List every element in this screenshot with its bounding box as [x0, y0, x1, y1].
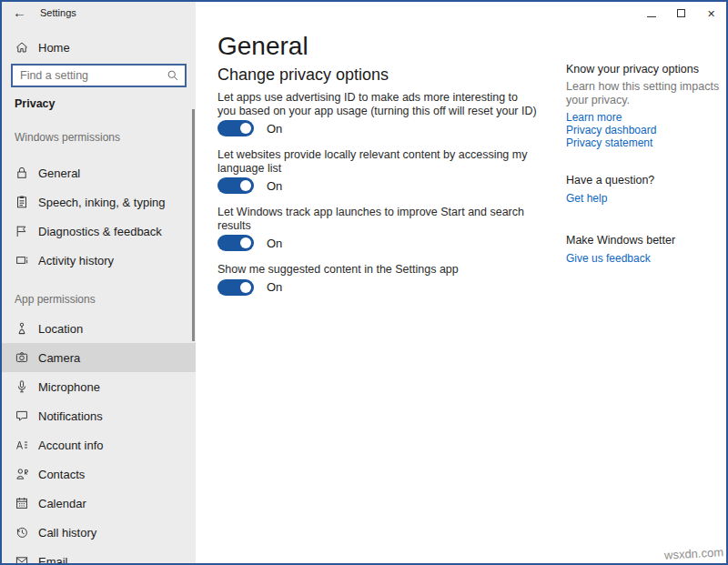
maximize-icon [677, 5, 685, 21]
sidebar-item-label: Camera [38, 351, 80, 365]
toggle-knob [240, 237, 251, 248]
toggle-switch[interactable] [217, 235, 254, 251]
toggle-state-label: On [267, 237, 282, 250]
sidebar-item-microphone[interactable]: Microphone [2, 372, 196, 401]
call-history-icon [15, 525, 29, 540]
sidebar-item-home[interactable]: Home [15, 36, 196, 58]
setting-section: Let Windows track app launches to improv… [217, 206, 538, 251]
notifications-icon [15, 409, 29, 423]
sidebar-item-calendar[interactable]: Calendar [2, 489, 196, 518]
sidebar-item-label: Contacts [38, 468, 85, 481]
feedback-icon [15, 224, 29, 238]
watermark: wsxdn.com [664, 545, 724, 561]
toggle-switch[interactable] [217, 279, 254, 296]
close-button[interactable]: ✕ [696, 2, 726, 24]
sidebar-item-label: Home [38, 41, 70, 55]
calendar-icon [15, 496, 29, 510]
aside-block: Know your privacy optionsLearn how this … [566, 62, 723, 149]
sidebar-item-label: Call history [38, 526, 96, 540]
link-privacy-dashboard[interactable]: Privacy dashboard [566, 124, 723, 136]
aside-title: Have a question? [566, 173, 723, 187]
toggle-row: On [217, 177, 538, 194]
sidebar-item-label: Microphone [38, 380, 100, 394]
window-title: Settings [40, 7, 76, 18]
link-privacy-statement[interactable]: Privacy statement [566, 136, 723, 149]
sidebar-item-camera[interactable]: Camera [2, 343, 196, 372]
sidebar-item-label: General [38, 166, 80, 180]
link-give-us-feedback[interactable]: Give us feedback [566, 252, 723, 265]
toggle-label: Let websites provide locally relevant co… [217, 148, 538, 175]
toggle-state-label: On [267, 122, 282, 136]
search-box [11, 64, 187, 87]
sidebar-item-label: Notifications [38, 409, 103, 423]
sidebar-item-location[interactable]: Location [2, 314, 196, 343]
main-content: ✕ General Change privacy options Let app… [196, 2, 726, 563]
toggle-list: Let apps use advertising ID to make ads … [217, 91, 538, 308]
account-info-icon [15, 438, 29, 452]
sidebar-group-header: App permissions [15, 293, 196, 306]
toggle-switch[interactable] [217, 177, 254, 194]
sidebar-item-notifications[interactable]: Notifications [2, 401, 196, 430]
aside-links: Learn morePrivacy dashboardPrivacy state… [566, 111, 723, 149]
contacts-icon [15, 467, 29, 481]
toggle-state-label: On [267, 280, 282, 294]
aside-links: Give us feedback [566, 252, 723, 265]
clipboard-icon [15, 195, 29, 209]
section-heading: Change privacy options [217, 66, 389, 85]
aside-block: Make Windows betterGive us feedback [566, 233, 723, 265]
camera-icon [15, 350, 29, 365]
aside-title: Know your privacy options [566, 62, 723, 76]
maximize-button[interactable] [666, 2, 696, 24]
sidebar-item-label: Activity history [38, 254, 114, 267]
sidebar-group-items: LocationCameraMicrophoneNotificationsAcc… [2, 314, 196, 563]
back-button[interactable]: ← [13, 4, 26, 22]
sidebar-item-activity-history[interactable]: Activity history [2, 246, 196, 275]
sidebar-item-contacts[interactable]: Contacts [2, 459, 196, 489]
sidebar-item-account-info[interactable]: Account info [2, 430, 196, 459]
page-title: General [217, 32, 308, 61]
search-input[interactable] [13, 66, 185, 86]
aside-block: Have a question?Get help [566, 173, 723, 205]
activity-history-icon [15, 253, 29, 267]
sidebar-group-header: Windows permissions [15, 131, 196, 144]
sidebar-item-label: Account info [38, 439, 104, 452]
toggle-state-label: On [267, 179, 282, 193]
setting-section: Let websites provide locally relevant co… [217, 148, 538, 194]
sidebar-item-label: Diagnostics & feedback [38, 225, 162, 238]
sidebar-item-label: Speech, inking, & typing [38, 196, 165, 209]
sidebar-item-call-history[interactable]: Call history [2, 518, 196, 547]
sidebar-groups: Windows permissionsGeneralSpeech, inking… [2, 131, 196, 563]
lock-icon [15, 166, 29, 180]
minimize-icon [647, 5, 656, 21]
sidebar-section-title: Privacy [15, 97, 196, 110]
sidebar-scrollbar-thumb[interactable] [192, 109, 195, 341]
toggle-knob [240, 282, 251, 293]
link-learn-more[interactable]: Learn more [566, 111, 723, 124]
toggle-label: Let Windows track app launches to improv… [217, 206, 538, 232]
sidebar: ← Settings Home Privacy Windows permissi… [2, 2, 196, 563]
window-controls: ✕ [636, 2, 726, 24]
sidebar-item-label: Location [38, 322, 83, 336]
close-icon: ✕ [707, 5, 715, 21]
link-get-help[interactable]: Get help [566, 192, 723, 205]
minimize-button[interactable] [636, 2, 666, 24]
toggle-label: Show me suggested content in the Setting… [217, 263, 538, 277]
aside-description: Learn how this setting impacts your priv… [566, 80, 723, 107]
aside-column: Know your privacy optionsLearn how this … [566, 62, 723, 265]
setting-section: Show me suggested content in the Setting… [217, 263, 538, 296]
toggle-row: On [217, 120, 538, 136]
location-icon [15, 321, 29, 336]
home-icon [15, 40, 29, 55]
microphone-icon [15, 379, 29, 394]
sidebar-group-items: GeneralSpeech, inking, & typingDiagnosti… [2, 158, 196, 275]
sidebar-item-label: Email [38, 555, 68, 564]
sidebar-item-speech-inking-typing[interactable]: Speech, inking, & typing [2, 187, 196, 217]
aside-title: Make Windows better [566, 233, 723, 247]
search-icon [167, 69, 179, 82]
sidebar-item-general[interactable]: General [2, 158, 196, 187]
toggle-knob [240, 123, 251, 134]
sidebar-item-diagnostics-feedback[interactable]: Diagnostics & feedback [2, 217, 196, 246]
sidebar-item-email[interactable]: Email [2, 547, 196, 563]
setting-section: Let apps use advertising ID to make ads … [217, 91, 538, 136]
toggle-switch[interactable] [217, 120, 254, 136]
